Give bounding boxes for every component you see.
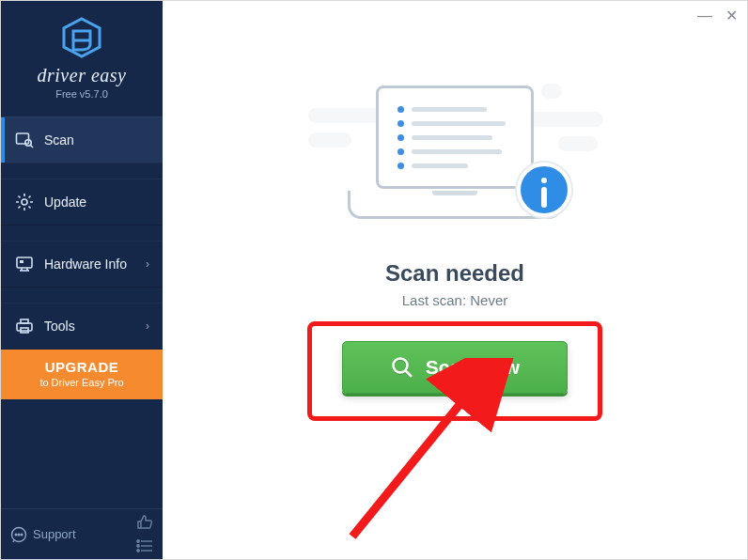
svg-point-24 bbox=[393, 359, 407, 373]
sidebar-item-tools[interactable]: Tools › bbox=[1, 303, 163, 350]
sidebar-item-scan[interactable]: Scan bbox=[1, 117, 163, 163]
info-icon bbox=[517, 163, 571, 217]
svg-rect-7 bbox=[20, 260, 23, 263]
chevron-right-icon: › bbox=[146, 319, 149, 333]
laptop-illustration bbox=[314, 76, 596, 236]
svg-rect-2 bbox=[17, 133, 29, 144]
sidebar-nav: Scan Update bbox=[1, 117, 163, 399]
support-link[interactable]: Support bbox=[10, 526, 76, 543]
svg-rect-12 bbox=[21, 319, 28, 323]
svg-line-4 bbox=[30, 145, 33, 148]
svg-point-17 bbox=[21, 534, 23, 536]
sidebar-item-update[interactable]: Update bbox=[1, 179, 163, 226]
last-scan-label: Last scan: Never bbox=[402, 292, 508, 308]
svg-rect-11 bbox=[17, 323, 32, 331]
gear-icon bbox=[14, 192, 35, 212]
sidebar-footer: Support bbox=[1, 508, 163, 559]
svg-point-20 bbox=[137, 544, 139, 546]
scan-icon bbox=[14, 130, 35, 150]
svg-point-22 bbox=[137, 549, 139, 551]
app-logo-icon bbox=[60, 16, 103, 59]
minimize-button[interactable]: — bbox=[697, 8, 712, 23]
app-title: driver easy bbox=[1, 65, 163, 86]
upgrade-subtitle: to Driver Easy Pro bbox=[7, 377, 157, 388]
svg-point-18 bbox=[137, 539, 139, 541]
app-version: Free v5.7.0 bbox=[1, 88, 163, 100]
window-controls: — ✕ bbox=[697, 8, 738, 23]
scan-button-label: Scan Now bbox=[426, 356, 520, 379]
sidebar-item-label: Update bbox=[44, 194, 86, 210]
support-label: Support bbox=[33, 527, 76, 541]
svg-rect-6 bbox=[17, 257, 32, 268]
scan-headline: Scan needed bbox=[385, 260, 524, 287]
upgrade-button[interactable]: UPGRADE to Driver Easy Pro bbox=[1, 350, 163, 399]
sidebar-item-label: Scan bbox=[44, 132, 74, 148]
app-logo-block: driver easy Free v5.7.0 bbox=[1, 1, 163, 109]
sidebar-item-label: Hardware Info bbox=[44, 257, 127, 272]
thumbs-up-icon[interactable] bbox=[136, 514, 153, 534]
red-highlight-box: Scan Now bbox=[307, 321, 602, 421]
printer-icon bbox=[14, 316, 35, 336]
svg-point-5 bbox=[22, 199, 27, 205]
chat-icon bbox=[10, 526, 27, 543]
sidebar-item-label: Tools bbox=[44, 319, 75, 334]
chevron-right-icon: › bbox=[146, 257, 149, 271]
scan-now-button[interactable]: Scan Now bbox=[342, 341, 568, 394]
svg-line-25 bbox=[405, 371, 412, 378]
sidebar: driver easy Free v5.7.0 Scan bbox=[1, 1, 163, 559]
sidebar-item-hardware-info[interactable]: Hardware Info › bbox=[1, 241, 163, 288]
list-icon[interactable] bbox=[136, 539, 153, 555]
svg-point-16 bbox=[18, 534, 20, 536]
svg-point-15 bbox=[15, 534, 17, 536]
upgrade-title: UPGRADE bbox=[7, 359, 157, 375]
search-icon bbox=[390, 355, 414, 380]
scan-prompt-area: Scan needed Last scan: Never Scan Now bbox=[163, 76, 747, 421]
main-pane: — ✕ Scan needed Last scan: bbox=[163, 1, 747, 559]
app-window: driver easy Free v5.7.0 Scan bbox=[0, 0, 748, 560]
monitor-icon bbox=[14, 254, 35, 274]
close-button[interactable]: ✕ bbox=[725, 8, 738, 23]
